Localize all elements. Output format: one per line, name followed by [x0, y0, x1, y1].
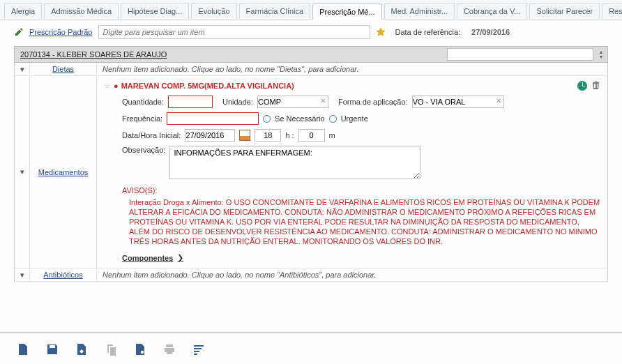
tab-med-administr[interactable]: Med. Administr...	[384, 3, 455, 19]
tab-admissao[interactable]: Admissão Médica	[44, 3, 119, 19]
hint-dietas: Nenhum item adicionado. Clique ao lado, …	[97, 63, 607, 75]
unit-label: Unidade:	[222, 98, 253, 106]
save-button[interactable]	[43, 340, 61, 358]
tab-alergia[interactable]: Alergia	[4, 3, 42, 19]
sections-grid: ▾ Dietas Nenhum item adicionado. Clique …	[14, 63, 608, 282]
item-search-input[interactable]	[98, 25, 370, 39]
tab-evolucao[interactable]: Evolução	[191, 3, 236, 19]
label-urgente: Urgente	[341, 114, 368, 123]
obs-textarea[interactable]	[169, 146, 420, 179]
avisos-text: Interação Droga x Alimento: O USO CONCOM…	[122, 197, 600, 246]
toggle-dietas[interactable]: ▾	[15, 63, 30, 75]
clock-icon[interactable]	[577, 81, 587, 91]
med-form: ☆ ● MAREVAN COMP. 5MG(MED.ALTA VIGILANCI…	[97, 76, 607, 268]
bullet-icon: ●	[114, 82, 119, 90]
dt-min-input[interactable]	[298, 129, 325, 142]
dt-date-input[interactable]	[185, 129, 235, 142]
search-row: Prescrição Padrão Data de referência: 27…	[0, 20, 622, 45]
new-doc-button[interactable]	[14, 340, 32, 358]
chevron-up-icon[interactable]: ▲	[595, 50, 607, 54]
qty-input[interactable]	[168, 96, 213, 108]
hint-antibioticos: Nenhum item adicionado. Clique ao lado, …	[97, 268, 607, 281]
ref-date-value: 27/09/2016	[471, 28, 510, 36]
row-dietas: ▾ Dietas Nenhum item adicionado. Clique …	[15, 63, 607, 76]
componentes-label: Componentes	[122, 254, 173, 262]
svg-point-0	[141, 351, 144, 354]
dt-m-suffix: m	[329, 131, 335, 139]
bottom-toolbar	[0, 332, 622, 358]
cert-button[interactable]	[131, 340, 149, 358]
obs-label: Observação:	[122, 146, 165, 154]
route-input[interactable]	[412, 96, 504, 108]
row-medicamentos: ▾ Medicamentos ☆ ● MAREVAN COMP. 5MG(MED…	[15, 76, 607, 268]
tab-res[interactable]: Res	[602, 3, 622, 19]
tab-bar: Alergia Admissão Médica Hipótese Diag...…	[0, 0, 622, 20]
fav-star-icon[interactable]: ☆	[104, 82, 111, 91]
patient-bar: 2070134 - KLEBER SOARES DE ARAUJO ▲ ▼	[14, 46, 608, 63]
route-label: Forma de aplicação:	[338, 98, 408, 106]
patient-search-input[interactable]	[447, 48, 593, 61]
link-antibioticos[interactable]: Antibióticos	[43, 271, 82, 279]
dt-hour-input[interactable]	[255, 129, 281, 142]
radio-urgente[interactable]	[329, 115, 337, 123]
calendar-icon[interactable]	[239, 130, 250, 141]
ref-date-label: Data de referência:	[395, 28, 461, 36]
componentes-toggle[interactable]: Componentes ❯	[122, 253, 183, 262]
pencil-icon	[14, 27, 24, 37]
patient-stepper[interactable]: ▲ ▼	[595, 47, 607, 62]
toggle-medicamentos[interactable]: ▾	[15, 76, 30, 268]
prescricao-padrao-link[interactable]: Prescrição Padrão	[29, 28, 93, 36]
dt-h-suffix: h :	[285, 131, 294, 139]
list-button[interactable]	[190, 340, 208, 358]
patient-id-name: 2070134 - KLEBER SOARES DE ARAUJO	[20, 50, 167, 59]
copy-button[interactable]	[102, 340, 120, 358]
tab-cobranca[interactable]: Cobrança da V...	[457, 3, 528, 19]
tab-farmacia[interactable]: Farmácia Clínica	[239, 3, 311, 19]
chevron-right-icon: ❯	[177, 253, 183, 262]
radio-se-necessario[interactable]	[263, 115, 271, 123]
qty-label: Quantidade:	[122, 98, 164, 106]
freq-label: Frequência:	[122, 114, 162, 123]
link-dietas[interactable]: Dietas	[52, 65, 74, 73]
med-title: MAREVAN COMP. 5MG(MED.ALTA VIGILANCIA)	[121, 82, 294, 90]
trash-icon[interactable]	[591, 80, 600, 91]
print-button[interactable]	[160, 340, 179, 358]
dt-label: Data/Hora Inicial:	[122, 131, 181, 139]
label-se-necessario: Se Necessário	[275, 114, 325, 123]
tab-parecer[interactable]: Solicitar Parecer	[529, 3, 600, 19]
tab-prescricao[interactable]: Prescrição Mé...	[312, 3, 381, 20]
toggle-antibioticos[interactable]: ▾	[15, 268, 30, 281]
freq-input[interactable]	[167, 112, 259, 125]
avisos-heading: AVISO(S):	[122, 186, 600, 195]
sign-button[interactable]	[73, 340, 91, 358]
row-antibioticos: ▾ Antibióticos Nenhum item adicionado. C…	[15, 268, 607, 282]
patient-link[interactable]: 2070134 - KLEBER SOARES DE ARAUJO	[15, 47, 446, 62]
unit-input[interactable]	[257, 96, 328, 108]
chevron-down-icon[interactable]: ▼	[595, 54, 607, 59]
link-medicamentos[interactable]: Medicamentos	[38, 168, 89, 176]
star-icon[interactable]	[376, 27, 386, 37]
tab-hipotese[interactable]: Hipótese Diag...	[121, 3, 189, 19]
